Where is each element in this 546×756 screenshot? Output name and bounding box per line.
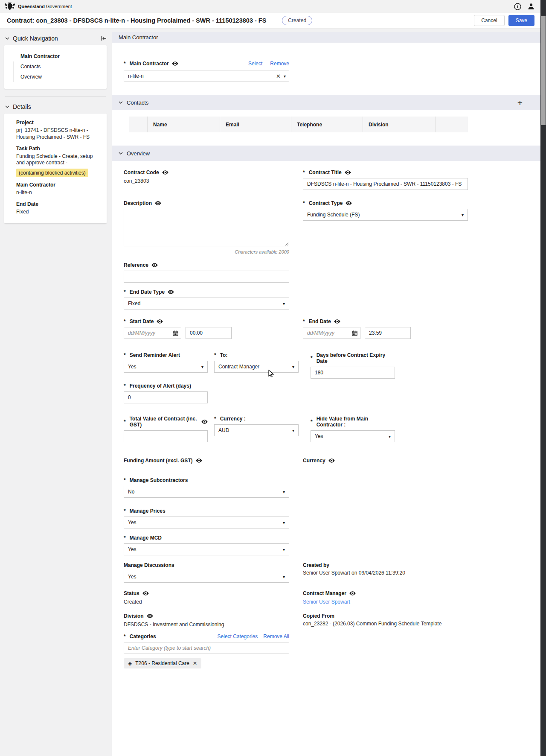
chevron-down-icon (119, 101, 123, 104)
contacts-body: Name Email Telephone Division (112, 110, 540, 146)
contacts-col-actions (435, 117, 468, 132)
send-reminder-alert-select[interactable]: Yes ▾ (124, 361, 208, 373)
project-value: prj_13741 - DFSDSCS n-lite-n - Housing P… (16, 127, 102, 141)
dropdown-caret-icon: ▾ (462, 213, 464, 217)
reference-input[interactable] (124, 271, 289, 283)
category-chip-label: T206 - Residential Care (135, 660, 189, 666)
start-time-input[interactable] (186, 327, 232, 339)
details-card: Project prj_13741 - DFSDSCS n-lite-n - H… (4, 114, 107, 223)
calendar-icon[interactable] (352, 330, 357, 338)
manage-subcontractors-label: * Manage Subcontractors (124, 477, 289, 483)
clear-icon[interactable]: ✕ (276, 73, 281, 79)
sidebar: Quick Navigation Main Contractor Contact… (0, 29, 112, 756)
section-title-main-contractor: Main Contractor (119, 34, 158, 41)
main-contractor-combobox[interactable]: ✕ ▾ (124, 70, 289, 82)
description-label: Description (124, 200, 289, 206)
select-contractor-link[interactable]: Select (248, 61, 262, 67)
section-bar-contacts[interactable]: Contacts + (112, 95, 540, 110)
copied-from-label: Copied From (303, 613, 468, 619)
division-label: Division (124, 613, 289, 619)
visibility-icon[interactable] (157, 319, 163, 324)
visibility-icon[interactable] (162, 170, 168, 175)
queensland-government-logo: Queensland Government (4, 2, 72, 11)
total-value-input[interactable] (124, 430, 208, 442)
task-path-label: Task Path (16, 146, 102, 152)
contract-type-label: * Contract Type (303, 200, 468, 206)
manage-mcd-select[interactable]: Yes ▾ (124, 543, 289, 555)
contract-title-input[interactable] (303, 178, 468, 190)
contract-code-label: Contract Code (124, 169, 289, 175)
chevron-down-icon (5, 105, 9, 108)
end-date-type-select[interactable]: Fixed ▾ (124, 298, 289, 309)
visibility-icon[interactable] (142, 591, 149, 595)
select-categories-link[interactable]: Select Categories (218, 633, 258, 639)
visibility-icon[interactable] (196, 458, 202, 463)
currency-select[interactable]: AUD ▾ (214, 424, 299, 436)
to-label: * To: (214, 352, 299, 358)
chevron-down-icon (5, 37, 9, 40)
visibility-icon[interactable] (346, 201, 352, 205)
visibility-icon[interactable] (168, 290, 174, 294)
add-contact-icon[interactable]: + (517, 98, 523, 107)
quick-navigation-header[interactable]: Quick Navigation (5, 35, 107, 42)
contacts-col-telephone: Telephone (291, 117, 363, 132)
days-before-expiry-input[interactable] (311, 367, 395, 379)
manage-subcontractors-select[interactable]: No ▾ (124, 486, 289, 498)
details-title: Details (13, 103, 31, 110)
visibility-icon[interactable] (345, 170, 351, 175)
contract-type-select[interactable]: Funding Schedule (FS) ▾ (303, 209, 468, 221)
hide-value-select[interactable]: Yes ▾ (311, 430, 395, 442)
page-scrollbar[interactable] (540, 0, 546, 756)
visibility-icon[interactable] (155, 201, 161, 205)
brand-text: Queensland Government (18, 4, 72, 9)
end-date-label: End Date (16, 201, 102, 207)
to-select[interactable]: Contract Manager ▾ (214, 361, 299, 373)
manage-discussions-select[interactable]: Yes ▾ (124, 571, 289, 583)
section-bar-overview[interactable]: Overview (112, 146, 540, 161)
scrollbar-thumb[interactable] (541, 16, 546, 125)
sidebar-item-contacts[interactable]: Contacts (16, 61, 102, 72)
remove-all-categories-link[interactable]: Remove All (263, 633, 289, 639)
funding-amount-label: Funding Amount (excl. GST) (124, 458, 289, 464)
remove-contractor-link[interactable]: Remove (270, 61, 289, 67)
header-divider (275, 13, 275, 29)
details-header[interactable]: Details (5, 103, 107, 110)
visibility-icon[interactable] (147, 614, 153, 618)
visibility-icon[interactable] (349, 591, 356, 595)
description-textarea[interactable] (124, 209, 289, 246)
save-button[interactable]: Save (508, 15, 534, 26)
overview-body: Contract Code con_23803 * Contract Title… (112, 161, 540, 668)
contract-manager-link[interactable]: Senior User Spowart (303, 599, 350, 605)
visibility-icon[interactable] (151, 263, 158, 267)
characters-available-hint: Characters available 2000 (124, 249, 289, 254)
contract-header: Contract: con_23803 - DFSDSCS n-lite-n -… (0, 13, 540, 29)
main-contractor-field-label: * Main Contractor (124, 61, 178, 67)
visibility-icon[interactable] (328, 458, 335, 463)
calendar-icon[interactable] (173, 330, 178, 338)
dropdown-caret-icon[interactable]: ▾ (284, 74, 286, 79)
send-reminder-alert-label: * Send Reminder Alert (124, 352, 208, 358)
info-icon[interactable] (514, 3, 521, 10)
frequency-of-alert-input[interactable] (124, 391, 208, 403)
main-contractor-input[interactable] (124, 70, 289, 82)
visibility-icon[interactable] (172, 61, 178, 66)
section-bar-main-contractor: Main Contractor (112, 32, 540, 43)
status-label: Status (124, 590, 289, 596)
contacts-col-division: Division (363, 117, 435, 132)
required-marker: * (124, 61, 126, 67)
visibility-icon[interactable] (201, 420, 208, 424)
days-before-expiry-label: * Days before Contract Expiry Date (311, 352, 395, 364)
quick-navigation-card: Main Contractor Contacts Overview (4, 45, 107, 89)
status-value: Created (124, 599, 289, 606)
visibility-icon[interactable] (334, 319, 340, 324)
end-time-input[interactable] (365, 327, 411, 339)
user-account-icon[interactable] (527, 3, 535, 10)
sidebar-item-main-contractor[interactable]: Main Contractor (16, 51, 102, 61)
manage-prices-select[interactable]: Yes ▾ (124, 517, 289, 528)
category-search-input[interactable] (124, 642, 289, 654)
cancel-button[interactable]: Cancel (474, 15, 504, 26)
sidebar-item-overview[interactable]: Overview (16, 72, 102, 82)
division-value: DFSDSCS - Investment and Commissioning (124, 622, 289, 628)
remove-category-icon[interactable]: ✕ (193, 660, 197, 666)
collapse-panel-icon[interactable] (101, 36, 107, 41)
